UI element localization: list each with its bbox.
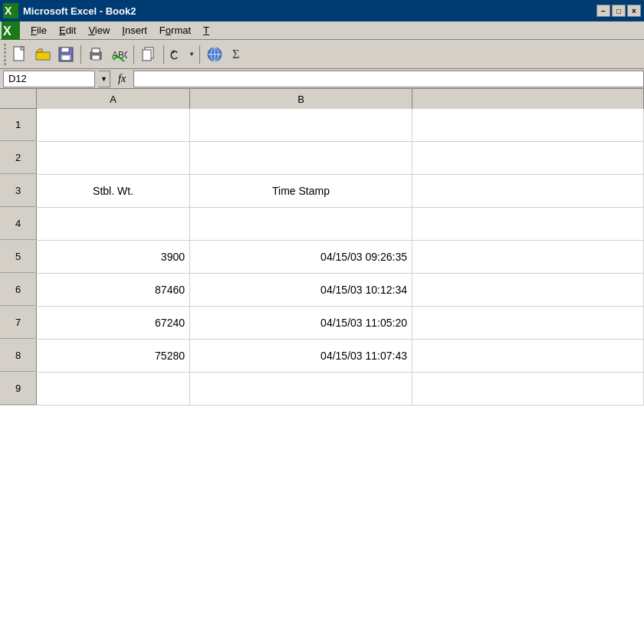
svg-text:X: X [5, 5, 12, 17]
cell-a7[interactable]: 67240 [37, 307, 190, 339]
name-box-dropdown[interactable]: ▼ [98, 71, 110, 87]
cell-b6[interactable]: 04/15/03 10:12:34 [190, 274, 412, 306]
toolbar: ABC Σ [0, 40, 644, 69]
toolbar-grip-1 [3, 42, 8, 67]
spellcheck-button[interactable]: ABC [108, 44, 130, 65]
cell-b7[interactable]: 04/15/03 11:05:20 [190, 307, 412, 339]
row-header-1[interactable]: 1 [0, 109, 37, 141]
web-button[interactable] [204, 44, 225, 65]
cell-c7[interactable] [412, 307, 644, 339]
cell-c8[interactable] [412, 340, 644, 372]
table-row: 8 75280 04/15/03 11:07:43 [0, 340, 644, 373]
new-button[interactable] [9, 44, 31, 65]
cell-b2[interactable] [190, 142, 412, 174]
svg-rect-12 [92, 55, 100, 60]
toolbar-sep-2 [133, 45, 134, 64]
svg-text:X: X [3, 25, 12, 38]
menu-file[interactable]: File [25, 23, 53, 38]
table-row: 9 [0, 373, 644, 406]
table-row: 2 [0, 142, 644, 175]
excel-app-icon: X [2, 21, 20, 40]
svg-rect-9 [63, 56, 69, 60]
cell-a2[interactable] [37, 142, 190, 174]
table-row: 6 87460 04/15/03 10:12:34 [0, 274, 644, 307]
menu-edit[interactable]: Edit [53, 23, 82, 38]
cell-b3[interactable]: Time Stamp [190, 175, 412, 207]
cell-c2[interactable] [412, 142, 644, 174]
formula-input[interactable] [133, 71, 644, 87]
toolbar-sep-3 [163, 45, 164, 64]
column-headers-row: A B [0, 89, 644, 109]
cell-c6[interactable] [412, 274, 644, 306]
toolbar-sep-1 [80, 45, 81, 64]
row-header-8[interactable]: 8 [0, 340, 37, 372]
row-header-4[interactable]: 4 [0, 208, 37, 240]
cell-b9[interactable] [190, 373, 412, 405]
row-header-7[interactable]: 7 [0, 307, 37, 339]
menu-bar: X File Edit View Insert Format T [0, 21, 644, 40]
copy-button[interactable] [138, 44, 159, 65]
name-box[interactable]: D12 [3, 71, 95, 87]
cell-a4[interactable] [37, 208, 190, 240]
menu-format[interactable]: Format [153, 23, 197, 38]
svg-rect-5 [21, 47, 24, 50]
cell-reference: D12 [8, 73, 27, 84]
table-row: 7 67240 04/15/03 11:05:20 [0, 307, 644, 340]
app-icon: X [3, 3, 18, 18]
col-header-a[interactable]: A [37, 89, 190, 109]
cell-a8[interactable]: 75280 [37, 340, 190, 372]
cell-a9[interactable] [37, 373, 190, 405]
formula-bar: D12 ▼ fx [0, 69, 644, 89]
cell-b5[interactable]: 04/15/03 09:26:35 [190, 241, 412, 273]
fx-label: fx [110, 73, 133, 85]
col-header-b[interactable]: B [190, 89, 412, 109]
cell-b4[interactable] [190, 208, 412, 240]
cell-b8[interactable]: 04/15/03 11:07:43 [190, 340, 412, 372]
cell-a5[interactable]: 3900 [37, 241, 190, 273]
row-header-3[interactable]: 3 [0, 175, 37, 207]
window-controls[interactable]: − □ × [596, 5, 641, 17]
table-row: 5 3900 04/15/03 09:26:35 [0, 241, 644, 274]
cell-a6[interactable]: 87460 [37, 274, 190, 306]
row-header-6[interactable]: 6 [0, 274, 37, 306]
undo-button[interactable] [168, 44, 196, 65]
open-button[interactable] [32, 44, 54, 65]
save-button[interactable] [55, 44, 77, 65]
row-header-9[interactable]: 9 [0, 373, 37, 405]
cell-c1[interactable] [412, 109, 644, 141]
row-header-5[interactable]: 5 [0, 241, 37, 273]
cell-b1[interactable] [190, 109, 412, 141]
table-row: 1 [0, 109, 644, 142]
menu-tools[interactable]: T [197, 23, 215, 38]
menu-view[interactable]: View [82, 23, 116, 38]
menu-insert[interactable]: Insert [116, 23, 153, 38]
cell-a3[interactable]: Stbl. Wt. [37, 175, 190, 207]
window-title: Microsoft Excel - Book2 [23, 5, 596, 17]
cell-c3[interactable] [412, 175, 644, 207]
svg-rect-15 [143, 50, 151, 61]
grid-rows: 1 2 3 Stbl. Wt. Time Stamp 4 [0, 109, 644, 406]
close-button[interactable]: × [627, 5, 641, 17]
corner-cell [0, 89, 37, 109]
minimize-button[interactable]: − [596, 5, 610, 17]
cell-c9[interactable] [412, 373, 644, 405]
cell-c4[interactable] [412, 208, 644, 240]
row-header-2[interactable]: 2 [0, 142, 37, 174]
spreadsheet-area: A B 1 2 3 St [0, 89, 644, 644]
table-row: 3 Stbl. Wt. Time Stamp [0, 175, 644, 208]
table-row: 4 [0, 208, 644, 241]
svg-rect-7 [61, 48, 69, 52]
cell-a1[interactable] [37, 109, 190, 141]
toolbar-sep-4 [199, 45, 200, 64]
maximize-button[interactable]: □ [612, 5, 626, 17]
cell-c5[interactable] [412, 241, 644, 273]
svg-text:Σ: Σ [232, 48, 239, 61]
title-bar: X Microsoft Excel - Book2 − □ × [0, 0, 644, 21]
col-header-c[interactable] [412, 89, 644, 109]
print-button[interactable] [85, 44, 107, 65]
svg-rect-11 [92, 48, 100, 53]
autosum-button[interactable]: Σ [227, 44, 248, 65]
svg-marker-17 [190, 52, 194, 56]
